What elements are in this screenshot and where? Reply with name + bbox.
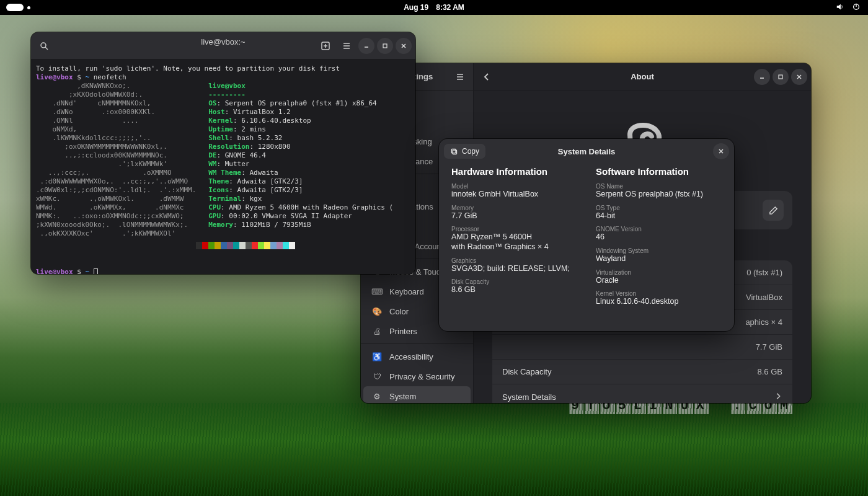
field-label: Kernel Version — [596, 290, 722, 297]
field-value: Oracle — [596, 276, 722, 286]
field-label: Disk Capacity — [451, 278, 577, 285]
sidebar-item-label: Privacy & Security — [389, 372, 454, 381]
about-row[interactable]: System Details — [492, 384, 792, 403]
hardware-column: Hardware Information Modelinnotek GmbH V… — [451, 166, 577, 321]
detail-field: VirtualizationOracle — [596, 269, 722, 286]
top-bar: Aug 19 8:32 AM — [0, 0, 868, 15]
dialog-title: System Details — [558, 147, 616, 156]
about-row: 7.7 GiB — [492, 334, 792, 359]
svg-rect-23 — [779, 75, 782, 79]
field-label: OS Name — [596, 183, 722, 190]
field-value: 7.7 GiB — [451, 211, 577, 221]
detail-field: OS NameSerpent OS prealpha0 (fstx #1) — [596, 183, 722, 200]
field-label: Memory — [451, 205, 577, 211]
copy-label: Copy — [462, 147, 479, 156]
sidebar-item-label: Color — [389, 307, 409, 316]
detail-field: Kernel VersionLinux 6.10.6-40.desktop — [596, 290, 722, 307]
field-value: 46 — [596, 232, 722, 242]
nav-icon: 🎨 — [372, 306, 382, 316]
svg-rect-26 — [453, 150, 457, 154]
clock[interactable]: Aug 19 8:32 AM — [404, 3, 464, 12]
back-button[interactable] — [477, 68, 496, 86]
time-label: 8:32 AM — [436, 3, 464, 12]
dialog-close-button[interactable] — [713, 143, 729, 159]
about-row-key: System Details — [502, 392, 556, 402]
nav-icon: 🛡 — [372, 371, 382, 381]
settings-maximize-button[interactable] — [773, 69, 789, 85]
field-value: 64-bit — [596, 211, 722, 221]
software-info-heading: Software Information — [596, 166, 722, 177]
system-details-dialog: Copy System Details Hardware Information… — [439, 139, 734, 331]
field-label: Graphics — [451, 257, 577, 264]
sidebar-item-label: System — [389, 392, 416, 401]
edit-device-name-button[interactable] — [763, 200, 784, 221]
detail-field: GraphicsSVGA3D; build: RELEASE; LLVM; — [451, 257, 577, 274]
hardware-info-heading: Hardware Information — [451, 166, 577, 177]
terminal-body[interactable]: To install, run 'sudo lichen'. Note, you… — [31, 60, 415, 274]
about-row-value: 0 (fstx #1) — [746, 268, 782, 277]
about-row-value — [774, 392, 782, 402]
volume-icon[interactable] — [836, 2, 844, 13]
nav-icon: ⚙ — [372, 391, 382, 401]
nav-icon: ⌨ — [372, 286, 382, 296]
detail-field: Memory7.7 GiB — [451, 205, 577, 221]
field-value: Serpent OS prealpha0 (fstx #1) — [596, 190, 722, 200]
nav-icon: ♿ — [372, 352, 382, 361]
power-icon[interactable] — [852, 2, 861, 13]
field-value: innotek GmbH VirtualBox — [451, 190, 577, 200]
maximize-button[interactable] — [377, 38, 393, 54]
field-value: 8.6 GB — [451, 285, 577, 295]
about-row-value: 8.6 GB — [758, 367, 782, 376]
field-value: Linux 6.10.6-40.desktop — [596, 297, 722, 307]
about-row-value: VirtualBox — [746, 293, 782, 302]
detail-field: GNOME Version46 — [596, 226, 722, 242]
sidebar-item-label: Keyboard — [389, 287, 424, 296]
about-row-key: Disk Capacity — [502, 367, 551, 376]
sidebar-item-system[interactable]: ⚙System — [363, 386, 471, 403]
about-row-value: aphics × 4 — [745, 317, 782, 327]
field-value: AMD Ryzen™ 5 4600Hwith Radeon™ Graphics … — [451, 232, 577, 252]
settings-menu-button[interactable] — [451, 68, 469, 86]
field-label: GNOME Version — [596, 226, 722, 232]
detail-field: ProcessorAMD Ryzen™ 5 4600Hwith Radeon™ … — [451, 226, 577, 252]
svg-point-5 — [41, 43, 46, 48]
detail-field: Windowing SystemWayland — [596, 247, 722, 264]
date-label: Aug 19 — [404, 3, 428, 12]
terminal-window: live@vbox:~ To install, run 'sudo lichen… — [31, 32, 415, 274]
field-label: Virtualization — [596, 269, 722, 276]
terminal-title: live@vbox:~ — [201, 38, 245, 53]
field-label: OS Type — [596, 205, 722, 211]
about-row-value: 7.7 GiB — [756, 342, 782, 352]
field-label: Model — [451, 183, 577, 190]
hamburger-menu-button[interactable] — [337, 37, 356, 55]
about-title: About — [631, 72, 654, 81]
minimize-button[interactable] — [358, 38, 374, 54]
copy-button[interactable]: Copy — [444, 144, 485, 159]
nav-icon: 🖨 — [372, 326, 382, 336]
detail-field: Modelinnotek GmbH VirtualBox — [451, 183, 577, 200]
settings-minimize-button[interactable] — [754, 69, 770, 85]
detail-field: Disk Capacity8.6 GB — [451, 278, 577, 295]
sidebar-item-privacy-security[interactable]: 🛡Privacy & Security — [363, 366, 471, 386]
sidebar-item-label: Accessibility — [389, 352, 433, 361]
field-label: Processor — [451, 226, 577, 232]
terminal-search-button[interactable] — [35, 37, 53, 55]
svg-rect-14 — [383, 44, 387, 48]
close-button[interactable] — [396, 38, 412, 54]
sidebar-item-label: Printers — [389, 327, 417, 336]
sidebar-item-accessibility[interactable]: ♿Accessibility — [363, 347, 471, 366]
software-column: Software Information OS NameSerpent OS p… — [596, 166, 722, 321]
detail-field: OS Type64-bit — [596, 205, 722, 221]
field-value: SVGA3D; build: RELEASE; LLVM; — [451, 264, 577, 274]
field-value: Wayland — [596, 254, 722, 264]
svg-line-6 — [45, 47, 48, 50]
svg-rect-27 — [451, 149, 456, 153]
about-row: Disk Capacity8.6 GB — [492, 359, 792, 384]
new-tab-button[interactable] — [316, 37, 335, 55]
activities-pill[interactable] — [6, 4, 24, 11]
field-label: Windowing System — [596, 247, 722, 254]
settings-close-button[interactable] — [791, 69, 807, 85]
